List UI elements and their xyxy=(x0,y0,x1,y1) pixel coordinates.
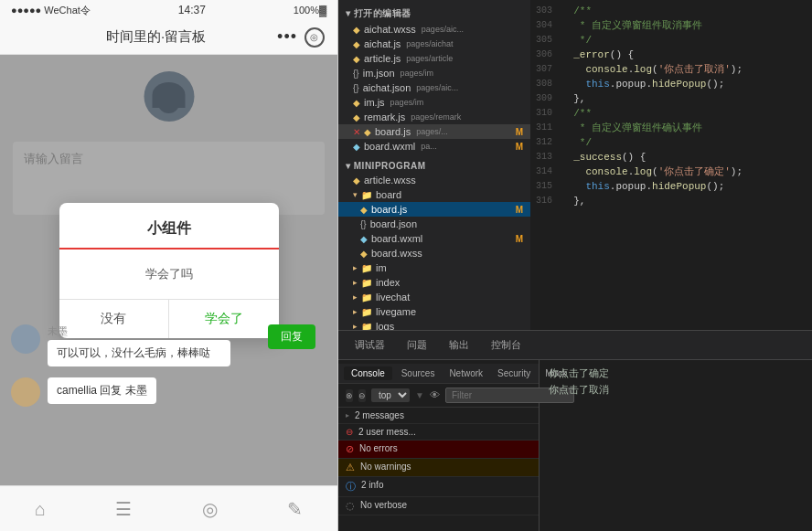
code-lines-area: 303 /** 304 * 自定义弹窗组件取消事件 305 */ 306 xyxy=(530,0,812,330)
tree-file-im-js[interactable]: ◆ im.js pages/im xyxy=(338,95,530,110)
code-line-307: 307 console.log('你点击了取消'); xyxy=(530,62,812,77)
wxml-icon-2: ◆ xyxy=(360,234,368,244)
tree-folder-board[interactable]: ▾ 📁 board xyxy=(338,187,530,202)
verbose-icon: ◌ xyxy=(346,500,355,512)
wxss-icon-2: ◆ xyxy=(353,175,360,186)
code-line-315: 315 this.popup.hidePopup(); xyxy=(530,179,812,194)
devtools-tabs: 调试器 问题 输出 控制台 xyxy=(338,331,812,360)
tree-folder-logs[interactable]: ▸ 📁 logs xyxy=(338,319,530,330)
console-left-panel: Console Sources Network Security Mock ⊗ … xyxy=(338,360,540,531)
tab-edit[interactable]: ✎ xyxy=(287,500,303,518)
tree-file-aichat-json[interactable]: {} aichat.json pages/aic... xyxy=(338,80,530,95)
tab-list[interactable]: ☰ xyxy=(115,500,132,518)
editor-area: ▾ 打开的编辑器 ◆ aichat.wxss pages/aic... ◆ ai… xyxy=(338,0,812,330)
tree-folder-livechat[interactable]: ▸ 📁 livechat xyxy=(338,290,530,304)
edit-icon: ✎ xyxy=(287,500,303,518)
tree-folder-livegame[interactable]: ▸ 📁 livegame xyxy=(338,304,530,319)
folder-index-icon: 📁 xyxy=(361,278,372,288)
code-line-316: 316 }, xyxy=(530,194,812,208)
code-editor: 303 /** 304 * 自定义弹窗组件取消事件 305 */ 306 xyxy=(530,0,812,330)
security-tab[interactable]: Security xyxy=(492,366,536,380)
bottom-tabs: ⌂ ☰ ◎ ✎ xyxy=(0,485,337,531)
eye-icon: 👁 xyxy=(430,389,440,402)
wxml-icon: ◆ xyxy=(353,142,360,152)
tree-file-board-json[interactable]: {} board.json xyxy=(338,217,530,231)
context-select[interactable]: top xyxy=(371,388,410,402)
camellia-bubble: camellia 回复 未墨 xyxy=(48,377,156,404)
folder-icon: 📁 xyxy=(361,190,372,200)
js-icon-4: ◆ xyxy=(353,112,360,122)
code-line-310: 310 /** xyxy=(530,106,812,121)
code-line-309: 309 }, xyxy=(530,91,812,106)
pause-button[interactable]: ⊖ xyxy=(358,389,366,402)
code-line-313: 313 _success() { xyxy=(530,150,812,165)
console-tab[interactable]: Console xyxy=(344,366,392,380)
tree-file-remark-js[interactable]: ◆ remark.js pages/remark xyxy=(338,110,530,124)
comment-avatar xyxy=(11,324,40,354)
tab-home[interactable]: ⌂ xyxy=(35,500,46,518)
modal-divider xyxy=(59,248,279,250)
status-bar: ●●●●● WeChat令 14:37 100%▓ xyxy=(0,0,337,20)
clear-console-button[interactable]: ⊗ xyxy=(346,389,353,402)
tree-file-board-wxml-open[interactable]: ◆ board.wxml pa... M xyxy=(338,139,530,154)
tree-file-article-js[interactable]: ◆ article.js pages/article xyxy=(338,51,530,66)
nav-more-dots[interactable]: ••• xyxy=(277,27,297,47)
reply-button[interactable]: 回复 xyxy=(268,324,315,349)
log-no-verbose: ◌ No verbose xyxy=(338,497,539,515)
warning-icon: ⚠ xyxy=(346,462,355,473)
tree-file-aichat-wxss[interactable]: ◆ aichat.wxss pages/aic... xyxy=(338,22,530,37)
sources-tab[interactable]: Sources xyxy=(396,366,441,380)
modal-title: 小组件 xyxy=(59,203,279,248)
tree-file-im-json[interactable]: {} im.json pages/im xyxy=(338,66,530,80)
console-sub-tabs: Console Sources Network Security Mock xyxy=(338,364,539,384)
log-user-messages: ⊖ 2 user mess... xyxy=(338,424,539,441)
tree-file-board-js-open[interactable]: ✕ ◆ board.js pages/... M xyxy=(338,124,530,139)
status-time: 14:37 xyxy=(178,4,206,16)
folder-arrow: ▾ xyxy=(353,190,358,199)
tab-location[interactable]: ◎ xyxy=(202,500,218,518)
js-icon-board: ◆ xyxy=(360,205,368,215)
output-line-2: 你点击了取消 xyxy=(549,382,803,398)
expand-arrow[interactable]: ▸ xyxy=(346,411,349,419)
log-messages: ▸ 2 messages xyxy=(338,408,539,424)
close-x-icon: ✕ xyxy=(353,127,360,137)
js-icon: ◆ xyxy=(353,39,360,49)
network-tab[interactable]: Network xyxy=(443,366,488,380)
nav-icons: ••• ◎ xyxy=(277,27,325,48)
exclude-icon: ⊖ xyxy=(346,427,353,437)
js-icon-5: ◆ xyxy=(364,127,371,137)
tab-problems[interactable]: 问题 xyxy=(398,335,436,356)
log-info: ⓘ 2 info xyxy=(338,477,539,497)
home-icon: ⌂ xyxy=(35,500,46,518)
location-icon: ◎ xyxy=(202,500,218,518)
tree-file-article-wxss[interactable]: ◆ article.wxss xyxy=(338,173,530,187)
code-line-303: 303 /** xyxy=(530,4,812,18)
nav-target-icon: ◎ xyxy=(304,27,325,48)
tab-console[interactable]: 控制台 xyxy=(482,335,530,356)
miniprogram-label: ▾ MINIPROGRAM xyxy=(338,157,530,173)
wxss-icon-board: ◆ xyxy=(360,249,368,259)
folder-livechat-icon: 📁 xyxy=(361,292,372,303)
nav-title: 时间里的·留言板 xyxy=(106,28,206,46)
tree-folder-im[interactable]: ▸ 📁 im xyxy=(338,260,530,275)
tree-file-board-js[interactable]: ◆ board.js M xyxy=(338,202,530,217)
wxss-icon: ◆ xyxy=(353,25,360,35)
output-line-1: 你点击了确定 xyxy=(549,366,803,382)
tree-folder-index[interactable]: ▸ 📁 index xyxy=(338,275,530,290)
console-output: 你点击了确定 你点击了取消 xyxy=(540,360,812,531)
tab-output[interactable]: 输出 xyxy=(440,335,478,356)
comment-username: 未墨 xyxy=(48,324,261,338)
open-editors-label: ▾ 打开的编辑器 xyxy=(338,4,530,22)
code-line-311: 311 * 自定义弹窗组件确认事件 xyxy=(530,121,812,135)
tab-debugger[interactable]: 调试器 xyxy=(346,335,394,356)
code-line-312: 312 */ xyxy=(530,135,812,150)
tree-file-board-wxss[interactable]: ◆ board.wxss xyxy=(338,246,530,260)
tree-file-aichat-js[interactable]: ◆ aichat.js pages/aichat xyxy=(338,37,530,51)
code-line-308: 308 this.popup.hidePopup(); xyxy=(530,77,812,91)
simulator-panel: ●●●●● WeChat令 14:37 100%▓ 时间里的·留言板 ••• ◎… xyxy=(0,0,338,531)
modal-content: 学会了吗 xyxy=(59,259,279,299)
json-icon: {} xyxy=(353,69,359,79)
code-line-305: 305 */ xyxy=(530,33,812,48)
comment-bubble: 可以可以，没什么毛病，棒棒哒 xyxy=(48,340,230,366)
tree-file-board-wxml[interactable]: ◆ board.wxml M xyxy=(338,231,530,246)
